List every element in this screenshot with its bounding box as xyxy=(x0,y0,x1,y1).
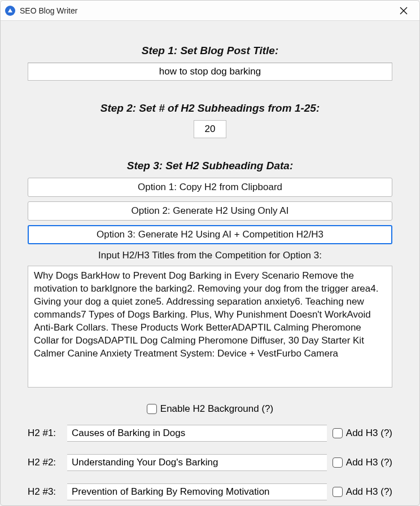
add-h3-group-1: Add H3 (?) xyxy=(333,428,392,439)
step2-heading: Step 2: Set # of H2 Subheadings from 1-2… xyxy=(28,102,392,115)
window-title: SEO Blog Writer xyxy=(20,6,392,15)
svg-marker-0 xyxy=(8,8,12,12)
option2-button[interactable]: Option 2: Generate H2 Using Only AI xyxy=(28,201,392,221)
enable-bg-row: Enable H2 Background (?) xyxy=(28,403,392,415)
option1-button[interactable]: Option 1: Copy H2 from Clipboard xyxy=(28,178,392,197)
close-icon xyxy=(400,7,408,15)
h2-input-2[interactable] xyxy=(67,454,327,471)
h2-row-1: H2 #1: Add H3 (?) xyxy=(28,425,392,442)
h2-row-label: H2 #2: xyxy=(28,457,62,468)
add-h3-label: Add H3 (?) xyxy=(346,457,392,468)
step3-heading: Step 3: Set H2 Subheading Data: xyxy=(28,160,392,172)
h2-row-3: H2 #3: Add H3 (?) xyxy=(28,483,392,500)
option3-button[interactable]: Option 3: Generate H2 Using AI + Competi… xyxy=(28,225,392,244)
enable-bg-checkbox[interactable] xyxy=(147,404,157,414)
add-h3-label: Add H3 (?) xyxy=(346,486,392,498)
add-h3-group-3: Add H3 (?) xyxy=(333,486,392,498)
step1-heading: Step 1: Set Blog Post Title: xyxy=(28,45,392,57)
enable-bg-label: Enable H2 Background (?) xyxy=(160,403,273,415)
h2-row-2: H2 #2: Add H3 (?) xyxy=(28,454,392,471)
add-h3-checkbox-1[interactable] xyxy=(333,428,343,438)
add-h3-checkbox-3[interactable] xyxy=(333,487,343,497)
blog-title-input[interactable] xyxy=(28,63,392,81)
h2-input-1[interactable] xyxy=(67,425,327,442)
h2-input-3[interactable] xyxy=(67,483,327,500)
h2-count-input[interactable] xyxy=(194,120,226,138)
app-icon xyxy=(5,6,15,16)
competition-textarea[interactable] xyxy=(28,266,392,388)
add-h3-label: Add H3 (?) xyxy=(346,428,392,439)
close-button[interactable] xyxy=(392,1,415,21)
main-content[interactable]: Step 1: Set Blog Post Title: Step 2: Set… xyxy=(1,21,419,505)
add-h3-group-2: Add H3 (?) xyxy=(333,457,392,468)
competition-label: Input H2/H3 Titles from the Competition … xyxy=(28,250,392,261)
add-h3-checkbox-2[interactable] xyxy=(333,457,343,468)
titlebar: SEO Blog Writer xyxy=(1,1,419,21)
h2-row-label: H2 #1: xyxy=(28,428,62,439)
h2-row-label: H2 #3: xyxy=(28,486,62,498)
